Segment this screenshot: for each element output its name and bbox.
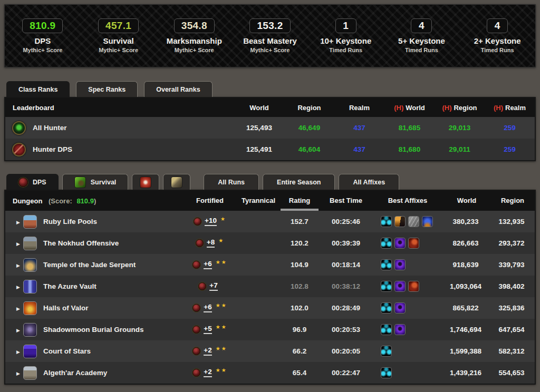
region-rank: 582,312 (490, 347, 535, 355)
keystone-run-link[interactable]: +6 ★★ (182, 303, 237, 312)
rating-value: 104.9 (279, 261, 320, 269)
best-time-value: 00:38:12 (320, 282, 372, 290)
dungeon-name[interactable]: The Azure Vault (40, 282, 182, 290)
col-region: Region (284, 104, 334, 112)
world-rank: 125,493 (234, 124, 284, 132)
dungeon-row-shadowmoon-burial-grounds[interactable]: ▶ Shadowmoon Burial Grounds +5 ★★ 96.9 0… (5, 319, 535, 340)
world-rank: 918,639 (443, 261, 490, 269)
world-rank: 865,822 (443, 304, 490, 312)
stat-label: 5+ Keystone (398, 36, 445, 45)
stat-label: Marksmanship (167, 36, 222, 45)
leaderboard-row-all-hunter[interactable]: All Hunter 125,493 46,649 437 81,685 29,… (5, 117, 535, 139)
dungeon-row-ruby-life-pools[interactable]: ▶ Ruby Life Pools +10 ★ 152.7 00:25:46 3… (5, 211, 535, 232)
affix-amber-icon (394, 216, 406, 227)
realm-rank: 437 (334, 124, 384, 132)
expand-caret-icon[interactable]: ▶ (16, 328, 20, 333)
stat-sublabel: Mythic+ Score (250, 47, 290, 53)
world-rank: 826,663 (443, 239, 490, 247)
expand-caret-icon[interactable]: ▶ (16, 263, 20, 268)
score-open-paren: (Score: (49, 197, 72, 205)
dungeon-row-azure-vault[interactable]: ▶ The Azure Vault +7 102.8 00:38:12 1,09… (5, 276, 535, 297)
expand-caret-icon[interactable]: ▶ (16, 285, 20, 290)
dungeon-icon (23, 237, 37, 250)
rank-name: All Hunter (33, 124, 67, 132)
col-fortified[interactable]: Fortified (182, 191, 237, 211)
rating-value: 102.0 (279, 304, 320, 312)
col-best-time[interactable]: Best Time (320, 191, 372, 211)
tab-class-ranks[interactable]: Class Ranks (6, 81, 70, 97)
expand-caret-icon[interactable]: ▶ (16, 306, 20, 311)
dungeon-name[interactable]: Algeth'ar Academy (40, 369, 182, 377)
keystone-run-link[interactable]: +6 ★★ (182, 260, 237, 269)
tab-survival[interactable]: Survival (62, 174, 129, 190)
dungeon-row-algethar-academy[interactable]: ▶ Algeth'ar Academy +2 ★★ 65.4 00:22:47 … (5, 362, 535, 384)
stat-value: 153.2 (257, 20, 283, 31)
expand-caret-icon[interactable]: ▶ (16, 349, 20, 355)
dungeon-name[interactable]: The Nokhud Offensive (40, 239, 182, 247)
region-rank: 293,372 (490, 239, 535, 247)
col-region[interactable]: Region (490, 191, 535, 211)
world-rank: 1,599,388 (443, 347, 490, 355)
keystone-run-link[interactable]: +8 ★ (182, 239, 237, 248)
dps-spec-icon (192, 326, 200, 334)
keystone-run-link[interactable]: +5 ★★ (182, 325, 237, 334)
dungeon-name[interactable]: Halls of Valor (40, 304, 182, 312)
stat-value-box: 1 (335, 18, 356, 33)
keystone-run-link[interactable]: +2 ★★ (182, 368, 237, 377)
key-level: +6 (204, 303, 211, 312)
col-horde-realm: (H)Realm (485, 104, 535, 112)
survival-spec-icon (74, 177, 86, 188)
keystone-run-link[interactable]: +10 ★ (182, 217, 237, 226)
stat-sublabel: Timed Runs (405, 47, 438, 53)
stat-keystone-5: 4 5+ Keystone Timed Runs (384, 18, 460, 53)
affix-fortified-icon (381, 367, 392, 378)
dungeon-name[interactable]: Court of Stars (40, 347, 182, 355)
score-summary-panel: 810.9 DPS Mythic+ Score 457.1 Survival M… (4, 4, 536, 67)
tab-all-affixes[interactable]: All Affixes (339, 174, 399, 190)
tab-all-runs[interactable]: All Runs (204, 174, 259, 190)
dungeon-icon (23, 366, 37, 380)
affix-blood-icon (408, 238, 419, 249)
region-rank: 132,935 (490, 218, 535, 226)
tab-dps[interactable]: DPS (6, 174, 59, 190)
dungeon-row-halls-of-valor[interactable]: ▶ Halls of Valor +6 ★★ 102.0 00:28:49 86… (5, 297, 535, 319)
leaderboard-row-hunter-dps[interactable]: Hunter DPS 125,491 46,604 437 81,680 29,… (5, 139, 535, 160)
dungeon-name[interactable]: Shadowmoon Burial Grounds (40, 326, 182, 334)
dungeon-name[interactable]: Ruby Life Pools (40, 218, 182, 226)
dungeon-name[interactable]: Temple of the Jade Serpent (40, 261, 182, 269)
expand-caret-icon[interactable]: ▶ (16, 371, 20, 376)
keystone-run-link[interactable]: +7 (182, 282, 237, 291)
key-level: +10 (205, 217, 217, 226)
col-rating[interactable]: Rating (279, 191, 320, 211)
dungeon-row-nokhud-offensive[interactable]: ▶ The Nokhud Offensive +8 ★ 120.2 00:39:… (5, 232, 535, 254)
col-world: World (234, 104, 284, 112)
expand-caret-icon[interactable]: ▶ (16, 241, 20, 247)
col-world[interactable]: World (443, 191, 490, 211)
best-time-value: 00:20:05 (320, 347, 372, 355)
horde-world-rank: 81,685 (384, 124, 435, 132)
best-affixes (372, 259, 443, 270)
stat-value: 354.8 (181, 20, 207, 31)
expand-caret-icon[interactable]: ▶ (16, 220, 20, 225)
tab-entire-season[interactable]: Entire Season (263, 174, 335, 190)
stat-value-box: 4 (411, 18, 432, 33)
tab-beast-mastery[interactable] (163, 174, 190, 190)
keystone-run-link[interactable]: +2 ★★ (182, 347, 237, 356)
stat-keystone-10: 1 10+ Keystone Timed Runs (308, 18, 384, 53)
region-rank: 46,604 (284, 145, 334, 153)
col-label: Realm (505, 104, 526, 112)
dungeon-icon (23, 323, 37, 337)
stat-label: Beast Mastery (243, 36, 297, 45)
rank-name: Hunter DPS (33, 145, 72, 153)
timed-stars: ★ (218, 238, 224, 243)
tab-overall-ranks[interactable]: Overall Ranks (144, 81, 212, 97)
stat-label: 10+ Keystone (320, 36, 371, 45)
best-affixes (372, 367, 443, 378)
dungeon-row-temple-jade-serpent[interactable]: ▶ Temple of the Jade Serpent +6 ★★ 104.9… (5, 254, 535, 276)
stat-sublabel: Timed Runs (329, 47, 362, 53)
dungeon-row-court-of-stars[interactable]: ▶ Court of Stars +2 ★★ 66.2 00:20:05 1,5… (5, 340, 535, 362)
tab-marksmanship[interactable] (132, 174, 159, 190)
tab-spec-ranks[interactable]: Spec Ranks (76, 81, 138, 97)
region-rank: 554,653 (490, 369, 535, 377)
col-tyrannical[interactable]: Tyrannical (237, 191, 279, 211)
